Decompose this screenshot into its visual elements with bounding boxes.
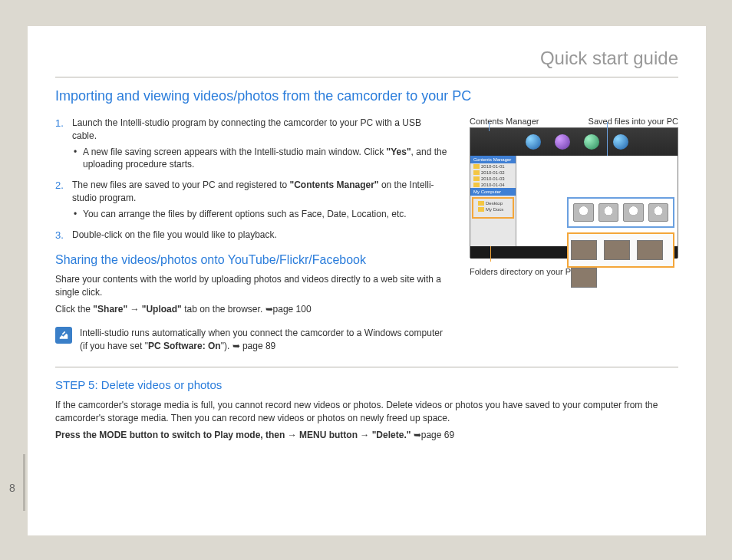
step5-para: If the camcorder's storage media is full… [55,399,678,425]
steps-list: 1. Launch the Intelli-studio program by … [55,117,448,242]
figure-label-left: Contents Manager [470,117,539,126]
toolbar-orb-icon [584,134,599,150]
toolbar-orb-icon [555,134,570,150]
sidebar-section: Contents Manager [470,156,516,163]
thumbnail [604,240,630,260]
sidebar-item: 2010-01-04 [470,182,516,188]
figure-label-right: Saved files into your PC [589,117,678,126]
sidebar-item: Desktop [475,200,511,206]
figure-highlight-blue [567,197,674,228]
thumbnail [573,203,594,222]
divider [55,77,678,77]
section2-heading: Sharing the videos/photos onto YouTube/F… [55,253,448,267]
thumbnail [598,203,619,222]
sidebar-item: My Docs [475,206,511,212]
step-body: Double-click on the file you would like … [72,229,277,242]
divider [55,367,678,367]
page: Quick start guide Importing and viewing … [28,26,706,535]
step-number: 2. [55,179,64,220]
note-icon [55,327,72,344]
sidebar-item: 2010-01-01 [470,163,516,170]
page-number-bar [23,454,25,511]
leader-line [489,122,490,131]
figure-body: Contents Manager 2010-01-01 2010-01-02 2… [470,156,678,246]
sidebar-section: My Computer [470,188,516,196]
toolbar-orb-icon [526,134,541,150]
note-text: Intelli-studio runs automatically when y… [80,327,448,353]
step-3: 3. Double-click on the file you would li… [55,229,448,242]
sidebar-highlighted-box: Desktop My Docs [472,197,514,219]
step-bullet: A new file saving screen appears with th… [72,146,448,172]
step-1: 1. Launch the Intelli-studio program by … [55,117,448,171]
page-header-title: Quick start guide [55,48,678,74]
step-sublist: A new file saving screen appears with th… [72,146,448,172]
thumbnail [648,203,669,222]
figure-highlight-orange [567,232,674,268]
thumbnail [637,240,663,260]
two-column-layout: 1. Launch the Intelli-studio program by … [55,117,678,353]
step-number: 3. [55,229,64,242]
thumbnail [571,240,597,260]
step-2: 2. The new files are saved to your PC an… [55,179,448,220]
note-box: Intelli-studio runs automatically when y… [55,327,448,353]
step5-instruction: Press the MODE button to switch to Play … [55,429,678,442]
thumbnail [571,268,597,288]
screenshot-figure: 2011-01-01 Contents Manager 2010-01-01 2… [470,127,678,258]
figure-sidebar: Contents Manager 2010-01-01 2010-01-02 2… [470,156,516,246]
page-number: 8 [9,482,15,494]
figure-main [516,156,678,246]
figure-labels: Contents Manager Saved files into your P… [470,117,678,126]
sidebar-item: 2010-01-03 [470,176,516,182]
step-body: The new files are saved to your PC and r… [72,179,448,220]
section1-heading: Importing and viewing videos/photos from… [55,88,678,104]
right-column: Contents Manager Saved files into your P… [470,117,678,353]
step-number: 1. [55,117,64,171]
step-body: Launch the Intelli-studio program by con… [72,117,448,171]
thumbnail [623,203,644,222]
step-bullet: You can arrange the files by different o… [72,208,448,221]
toolbar-orb-icon [613,134,628,150]
figure-toolbar [470,128,678,156]
section2-click-line: Click the "Share" → "Upload" tab on the … [55,303,448,316]
step5-heading: STEP 5: Delete videos or photos [55,378,678,391]
left-column: 1. Launch the Intelli-studio program by … [55,117,448,353]
step-text: Double-click on the file you would like … [72,229,277,240]
sidebar-item: 2010-01-02 [470,170,516,176]
section2-para: Share your contents with the world by up… [55,273,448,299]
step-sublist: You can arrange the files by different o… [72,208,448,221]
step-text: Launch the Intelli-studio program by con… [72,117,421,141]
